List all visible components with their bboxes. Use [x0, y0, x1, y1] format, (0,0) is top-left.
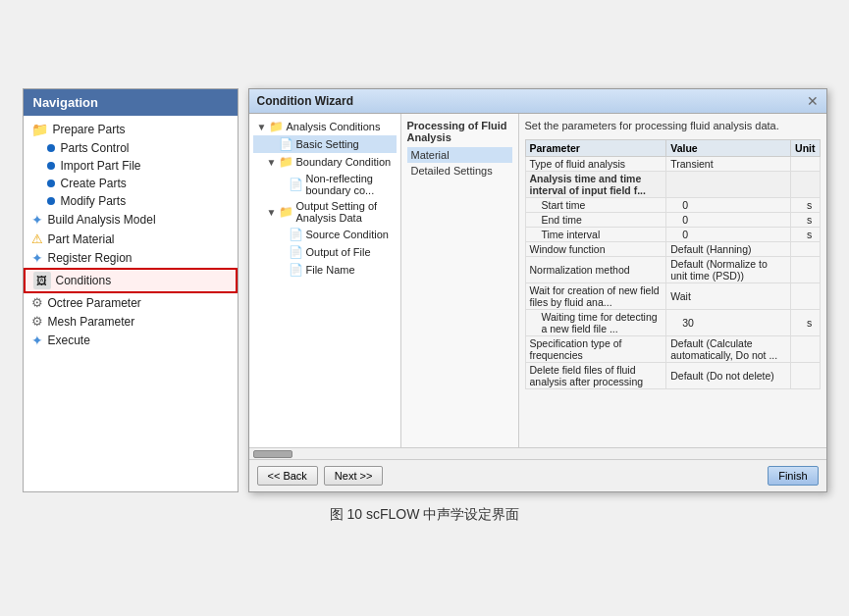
param-cell: Time interval [525, 228, 666, 242]
tree-label: Non-reflecting boundary co... [306, 173, 393, 196]
tree-item-boundary-condition[interactable]: ▼ 📁 Boundary Condition [253, 153, 397, 171]
tree-item-output-of-file[interactable]: 📄 Output of File [253, 243, 397, 261]
dialog-titlebar: Condition Wizard ✕ [249, 89, 826, 114]
sidebar-item-label: Conditions [56, 274, 112, 287]
folder-icon: 📁 [279, 205, 293, 219]
tree-label: Output of File [306, 246, 371, 258]
table-row: Normalization methodDefault (Normalize t… [525, 257, 820, 283]
value-cell: Transient [666, 157, 791, 172]
tree-label: Source Condition [306, 229, 389, 240]
unit-cell [791, 283, 820, 310]
dialog-tree-panel: ▼ 📁 Analysis Conditions 📄 Basic Setting … [249, 114, 401, 447]
unit-cell: s [791, 213, 820, 228]
sidebar-item-prepare-parts[interactable]: 📁 Prepare Parts [24, 120, 238, 139]
param-cell: Analysis time and time interval of input… [525, 172, 666, 198]
sidebar-item-register-region[interactable]: ✦ Register Region [24, 248, 238, 268]
sidebar-item-build-analysis-model[interactable]: ✦ Build Analysis Model [24, 210, 238, 230]
param-cell: Specification type of frequencies [525, 336, 666, 363]
col-header-unit: Unit [791, 140, 820, 157]
sidebar-item-label: Mesh Parameter [48, 315, 135, 329]
right-description: Set the parameters for processing fluid … [525, 120, 821, 131]
value-cell: Wait [666, 283, 791, 310]
table-row: Specification type of frequenciesDefault… [525, 336, 820, 363]
gear-icon: ⚙ [31, 295, 43, 310]
middle-item-material[interactable]: Material [407, 147, 512, 163]
dialog-title: Condition Wizard [257, 94, 354, 108]
table-row: Waiting time for detecting a new field f… [525, 310, 820, 336]
bullet-icon [47, 162, 55, 170]
params-table: Parameter Value Unit Type of fluid analy… [525, 139, 821, 389]
middle-item-detailed-settings[interactable]: Detailed Settings [407, 163, 512, 179]
sidebar-item-modify-parts[interactable]: Modify Parts [24, 192, 238, 210]
expand-icon: ▼ [267, 157, 279, 168]
table-row: Window functionDefault (Hanning) [525, 242, 820, 257]
folder-icon: 📁 [31, 122, 48, 137]
unit-cell [791, 257, 820, 283]
table-row: Delete field files of fluid analysis aft… [525, 363, 820, 389]
sidebar-item-import-part-file[interactable]: Import Part File [24, 157, 238, 175]
param-cell: Waiting time for detecting a new field f… [525, 310, 666, 336]
tree-item-file-name[interactable]: 📄 File Name [253, 261, 397, 279]
horizontal-scrollbar[interactable] [249, 447, 826, 459]
tree-item-output-setting[interactable]: ▼ 📁 Output Setting of Analysis Data [253, 198, 397, 226]
unit-cell [791, 242, 820, 257]
footer-left-buttons: << Back Next >> [257, 466, 384, 486]
back-button[interactable]: << Back [257, 466, 318, 486]
sidebar-item-label: Import Part File [61, 159, 141, 173]
sidebar-item-label: Build Analysis Model [48, 213, 156, 227]
value-cell: 0 [666, 228, 791, 242]
sidebar-item-label: Part Material [48, 232, 115, 246]
expand-icon: ▼ [257, 122, 269, 132]
tree-label: Analysis Conditions [287, 121, 381, 132]
dialog-body: ▼ 📁 Analysis Conditions 📄 Basic Setting … [249, 114, 826, 447]
tree-item-non-reflecting[interactable]: 📄 Non-reflecting boundary co... [253, 171, 397, 198]
sidebar-item-part-material[interactable]: ⚠ Part Material [24, 230, 238, 248]
table-row: Wait for creation of new field files by … [525, 283, 820, 310]
warning-icon: ⚠ [31, 231, 43, 246]
folder-icon: 📄 [289, 178, 303, 191]
folder-icon: 📄 [289, 228, 303, 241]
bullet-icon [47, 197, 55, 205]
expand-icon: ▼ [267, 207, 279, 218]
next-button[interactable]: Next >> [324, 466, 384, 486]
sidebar-item-mesh-parameter[interactable]: ⚙ Mesh Parameter [24, 312, 238, 331]
middle-panel-title: Processing of Fluid Analysis [407, 120, 512, 143]
dialog-right-panel: Set the parameters for processing fluid … [519, 114, 826, 447]
nav-items: 📁 Prepare Parts Parts Control Import Par… [24, 116, 238, 354]
main-container: Navigation 📁 Prepare Parts Parts Control… [23, 88, 827, 528]
sidebar-item-label: Parts Control [61, 141, 130, 155]
folder-icon: 📄 [289, 245, 303, 259]
tree-item-basic-setting[interactable]: 📄 Basic Setting [253, 135, 397, 153]
param-cell: Window function [525, 242, 666, 257]
value-cell: Default (Normalize to unit time (PSD)) [666, 257, 791, 283]
scrollbar-thumb[interactable] [253, 450, 292, 458]
col-header-parameter: Parameter [525, 140, 666, 157]
tree-item-source-condition[interactable]: 📄 Source Condition [253, 226, 397, 243]
arrow-icon: ✦ [31, 250, 43, 266]
param-cell: Start time [525, 198, 666, 213]
screenshot-area: Navigation 📁 Prepare Parts Parts Control… [23, 88, 827, 492]
dialog-middle-panel: Processing of Fluid Analysis Material De… [401, 114, 519, 447]
sidebar-item-label: Prepare Parts [53, 123, 126, 136]
unit-cell: s [791, 310, 820, 336]
sidebar-item-parts-control[interactable]: Parts Control [24, 139, 238, 157]
bullet-icon [47, 180, 55, 187]
table-row: Analysis time and time interval of input… [525, 172, 820, 198]
nav-header: Navigation [24, 89, 238, 116]
sidebar-item-execute[interactable]: ✦ Execute [24, 331, 238, 350]
finish-button[interactable]: Finish [768, 466, 818, 486]
value-cell: 0 [666, 198, 791, 213]
unit-cell [791, 336, 820, 363]
nav-panel: Navigation 📁 Prepare Parts Parts Control… [23, 88, 239, 492]
tree-label: Boundary Condition [296, 156, 392, 168]
close-button[interactable]: ✕ [807, 93, 819, 109]
sidebar-item-conditions[interactable]: 🖼 Conditions [24, 268, 238, 293]
value-cell: Default (Calculate automatically, Do not… [666, 336, 791, 363]
sidebar-item-octree-parameter[interactable]: ⚙ Octree Parameter [24, 293, 238, 312]
sidebar-item-create-parts[interactable]: Create Parts [24, 175, 238, 192]
unit-cell [791, 363, 820, 389]
arrow-icon: ✦ [31, 333, 43, 348]
sidebar-item-label: Modify Parts [61, 194, 127, 208]
unit-cell: s [791, 198, 820, 213]
tree-item-analysis-conditions[interactable]: ▼ 📁 Analysis Conditions [253, 118, 397, 135]
